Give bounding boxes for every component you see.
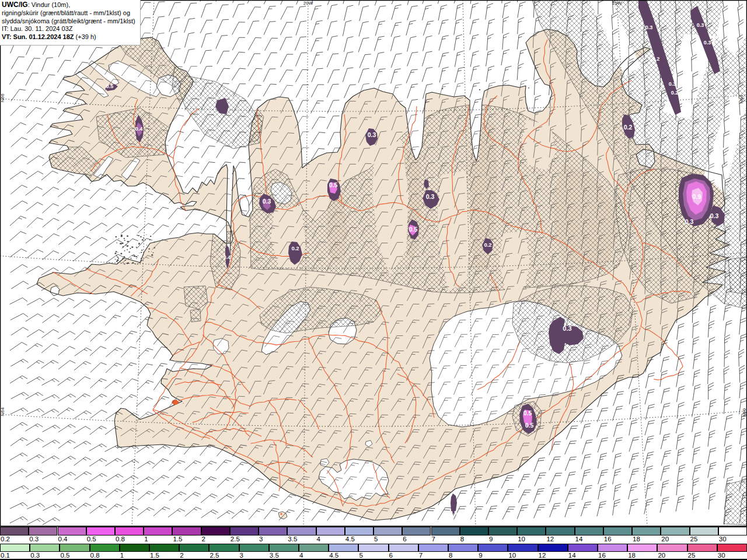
svg-text:0.3: 0.3	[263, 198, 271, 205]
svg-text:0.3: 0.3	[669, 81, 676, 87]
svg-text:0.5: 0.5	[525, 422, 534, 429]
svg-text:0.5: 0.5	[450, 510, 457, 516]
svg-text:15W: 15W	[612, 1, 622, 6]
svg-text:20W: 20W	[303, 1, 313, 6]
svg-text:0.3: 0.3	[704, 40, 711, 46]
svg-text:64N: 64N	[742, 408, 747, 417]
svg-text:0.3: 0.3	[645, 24, 653, 30]
svg-text:0.2: 0.2	[671, 90, 679, 96]
svg-text:0.4: 0.4	[224, 254, 231, 260]
svg-text:0.2: 0.2	[652, 56, 660, 62]
svg-text:N64: N64	[0, 407, 5, 416]
svg-text:0.9: 0.9	[692, 193, 701, 200]
svg-text:0.5: 0.5	[106, 83, 114, 89]
svg-text:0.2: 0.2	[484, 242, 491, 248]
svg-text:0.3: 0.3	[563, 325, 571, 332]
svg-text:N66: N66	[0, 93, 5, 102]
svg-text:0.3: 0.3	[368, 131, 376, 138]
svg-text:0.4: 0.4	[135, 125, 143, 132]
svg-text:N66: N66	[739, 94, 744, 103]
svg-text:0.2: 0.2	[624, 124, 633, 131]
svg-text:0.5: 0.5	[409, 226, 418, 233]
svg-text:0.2: 0.2	[291, 245, 299, 251]
svg-text:0.5: 0.5	[523, 410, 532, 416]
svg-text:0.5: 0.5	[329, 181, 338, 188]
svg-text:0.3: 0.3	[685, 218, 694, 225]
svg-text:0.3: 0.3	[697, 22, 704, 28]
svg-text:0.3: 0.3	[426, 193, 435, 200]
svg-text:0.3: 0.3	[710, 212, 719, 219]
